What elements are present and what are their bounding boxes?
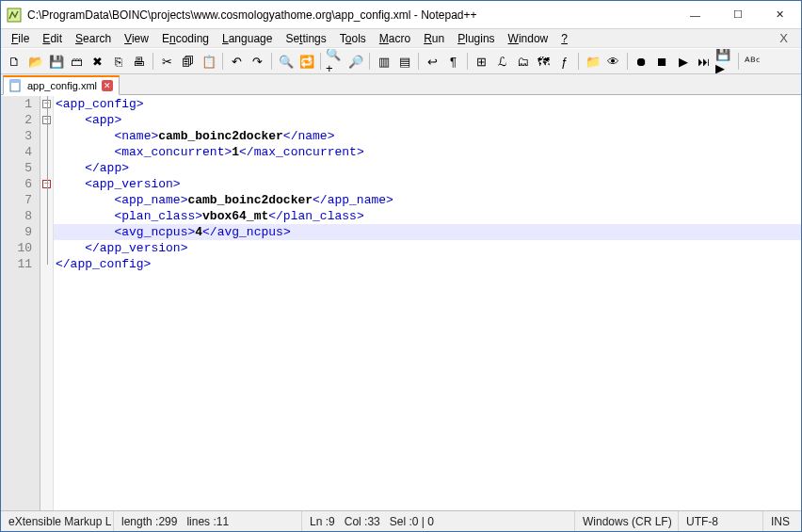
menu-language[interactable]: Language bbox=[216, 30, 279, 47]
line-number: 8 bbox=[1, 208, 32, 224]
show-all-icon[interactable]: ¶ bbox=[443, 52, 463, 72]
fold-marker[interactable] bbox=[40, 240, 53, 256]
menu-run[interactable]: Run bbox=[417, 30, 451, 47]
sync-v-icon[interactable]: ▥ bbox=[374, 52, 393, 72]
fold-marker[interactable]: − bbox=[40, 112, 53, 128]
menu-encoding[interactable]: Encoding bbox=[155, 30, 216, 47]
fold-marker[interactable] bbox=[40, 192, 53, 208]
menu-settings[interactable]: Settings bbox=[279, 30, 332, 47]
fold-marker[interactable]: − bbox=[40, 176, 53, 192]
lang-icon[interactable]: ℒ bbox=[492, 52, 512, 72]
doc-map-icon[interactable]: 🗺 bbox=[534, 52, 553, 72]
fold-marker[interactable] bbox=[40, 224, 53, 240]
toolbar-separator bbox=[738, 53, 739, 70]
find-icon[interactable]: 🔍 bbox=[276, 52, 296, 72]
line-number: 6 bbox=[1, 176, 32, 192]
fold-marker[interactable] bbox=[40, 256, 53, 272]
line-number: 10 bbox=[1, 240, 32, 256]
toolbar-separator bbox=[578, 53, 579, 70]
save-macro-icon[interactable]: 💾▶ bbox=[714, 52, 734, 72]
copy-icon[interactable]: 🗐 bbox=[178, 52, 198, 72]
wrap-icon[interactable]: ↩ bbox=[423, 52, 442, 72]
menu-file[interactable]: File bbox=[5, 30, 36, 47]
code-line[interactable]: <max_concurrent>1</max_concurrent> bbox=[54, 144, 801, 160]
close-all-icon[interactable]: ⎘ bbox=[108, 52, 128, 72]
title-bar: C:\ProgramData\BOINC\projects\www.cosmol… bbox=[1, 1, 801, 29]
status-insert-mode: INS bbox=[763, 511, 801, 531]
toolbar-separator bbox=[271, 53, 272, 70]
app-icon bbox=[7, 8, 22, 23]
code-line[interactable]: <app_name>camb_boinc2docker</app_name> bbox=[54, 192, 801, 208]
code-line[interactable]: <app_version> bbox=[54, 176, 801, 192]
code-line[interactable]: <avg_ncpus>4</avg_ncpus> bbox=[54, 224, 801, 240]
tab-close-icon[interactable]: ✕ bbox=[102, 80, 113, 91]
menu-view[interactable]: View bbox=[118, 30, 155, 47]
menu-window[interactable]: Window bbox=[502, 30, 555, 47]
menu-secondary-close[interactable]: X bbox=[770, 29, 797, 47]
folder-tree-icon[interactable]: 🗂 bbox=[513, 52, 533, 72]
maximize-button[interactable]: ☐ bbox=[716, 1, 759, 28]
fold-marker[interactable] bbox=[40, 208, 53, 224]
tab-app-config[interactable]: app_config.xml ✕ bbox=[3, 75, 120, 95]
code-line[interactable]: <app> bbox=[54, 112, 801, 128]
stop-icon[interactable]: ⏹ bbox=[652, 52, 672, 72]
menu-plugins[interactable]: Plugins bbox=[451, 30, 501, 47]
play-mult-icon[interactable]: ⏭ bbox=[694, 52, 714, 72]
code-line[interactable]: <name>camb_boinc2docker</name> bbox=[54, 128, 801, 144]
save-all-icon[interactable]: 🗃 bbox=[67, 52, 87, 72]
code-line[interactable]: <app_config> bbox=[54, 96, 801, 112]
close-file-icon[interactable]: ✖ bbox=[88, 52, 107, 72]
menu-macro[interactable]: Macro bbox=[373, 30, 417, 47]
menu-search[interactable]: Search bbox=[69, 30, 118, 47]
folder-workspace-icon[interactable]: 📁 bbox=[583, 52, 602, 72]
zoom-out-icon[interactable]: 🔎 bbox=[345, 52, 365, 72]
window-title: C:\ProgramData\BOINC\projects\www.cosmol… bbox=[27, 8, 674, 22]
code-line[interactable]: </app_version> bbox=[54, 240, 801, 256]
func-list-icon[interactable]: ƒ bbox=[554, 52, 574, 72]
spellcheck-icon[interactable]: ᴬᴮᶜ bbox=[743, 52, 762, 72]
zoom-in-icon[interactable]: 🔍+ bbox=[325, 52, 345, 72]
toolbar-separator bbox=[222, 53, 223, 70]
code-line[interactable]: </app> bbox=[54, 160, 801, 176]
status-bar: eXtensible Markup L length : 299 lines :… bbox=[1, 510, 801, 531]
minimize-button[interactable]: — bbox=[674, 1, 716, 28]
code-line[interactable]: </app_config> bbox=[54, 256, 801, 272]
status-eol: Windows (CR LF) bbox=[575, 511, 679, 531]
line-number: 3 bbox=[1, 128, 32, 144]
save-icon[interactable]: 💾 bbox=[46, 52, 66, 72]
tab-bar: app_config.xml ✕ bbox=[1, 74, 801, 95]
undo-icon[interactable]: ↶ bbox=[227, 52, 247, 72]
print-icon[interactable]: 🖶 bbox=[129, 52, 149, 72]
window-buttons: — ☐ ✕ bbox=[674, 1, 801, 28]
replace-icon[interactable]: 🔁 bbox=[297, 52, 316, 72]
paste-icon[interactable]: 📋 bbox=[199, 52, 218, 72]
fold-marker[interactable] bbox=[40, 128, 53, 144]
file-icon bbox=[9, 79, 23, 92]
menu-help[interactable]: ? bbox=[554, 30, 574, 47]
line-number: 2 bbox=[1, 112, 32, 128]
record-icon[interactable]: ⏺ bbox=[632, 52, 651, 72]
indent-guide-icon[interactable]: ⊞ bbox=[472, 52, 491, 72]
open-file-icon[interactable]: 📂 bbox=[25, 52, 45, 72]
toolbar-separator bbox=[418, 53, 419, 70]
redo-icon[interactable]: ↷ bbox=[248, 52, 267, 72]
play-icon[interactable]: ▶ bbox=[673, 52, 693, 72]
code-editor[interactable]: 1234567891011 −−− <app_config> <app> <na… bbox=[1, 95, 801, 510]
cut-icon[interactable]: ✂ bbox=[157, 52, 177, 72]
new-file-icon[interactable]: 🗋 bbox=[5, 52, 24, 72]
menu-edit[interactable]: Edit bbox=[36, 30, 69, 47]
sync-h-icon[interactable]: ▤ bbox=[394, 52, 414, 72]
monitoring-icon[interactable]: 👁 bbox=[603, 52, 623, 72]
toolbar-separator bbox=[627, 53, 628, 70]
code-area[interactable]: <app_config> <app> <name>camb_boinc2dock… bbox=[54, 96, 801, 510]
fold-marker[interactable] bbox=[40, 160, 53, 176]
fold-marker[interactable]: − bbox=[40, 96, 53, 112]
menu-tools[interactable]: Tools bbox=[333, 30, 373, 47]
line-number: 4 bbox=[1, 144, 32, 160]
toolbar-separator bbox=[369, 53, 370, 70]
code-line[interactable]: <plan_class>vbox64_mt</plan_class> bbox=[54, 208, 801, 224]
fold-column: −−− bbox=[40, 96, 54, 510]
fold-marker[interactable] bbox=[40, 144, 53, 160]
close-button[interactable]: ✕ bbox=[759, 1, 801, 28]
line-number: 7 bbox=[1, 192, 32, 208]
